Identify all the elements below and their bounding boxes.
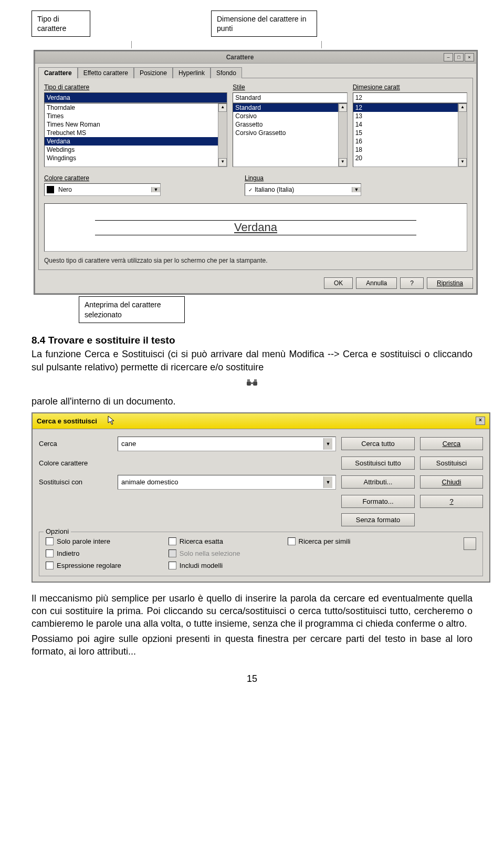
- list-item[interactable]: 18: [353, 146, 467, 154]
- language-dropdown[interactable]: ✓ Italiano (Italia) ▼: [245, 183, 361, 196]
- replace-all-button[interactable]: Sostituisci tutto: [341, 457, 415, 470]
- checkbox-backward[interactable]: Indietro: [46, 549, 121, 557]
- font-name-input[interactable]: [44, 92, 227, 103]
- replace-input[interactable]: animale domestico ▼: [118, 475, 336, 490]
- preview-box: Verdana: [44, 203, 467, 252]
- page-number: 15: [16, 673, 488, 684]
- titlebar: Carattere – □ ×: [35, 51, 476, 64]
- svg-rect-0: [247, 381, 251, 386]
- list-item[interactable]: 12: [353, 103, 467, 112]
- label-colore-carattere: Colore carattere: [39, 459, 112, 467]
- color-swatch: [47, 186, 54, 193]
- character-dialog: Carattere – □ × Carattere Effetto caratt…: [34, 50, 477, 294]
- chevron-down-icon[interactable]: ▼: [352, 187, 361, 192]
- chevron-down-icon[interactable]: ▼: [151, 187, 160, 192]
- section-heading: 8.4 Trovare e sostituire il testo: [32, 334, 472, 347]
- format-button[interactable]: Formato...: [341, 495, 415, 508]
- document-body: 8.4 Trovare e sostituire il testo La fun…: [32, 334, 472, 408]
- svg-rect-2: [250, 382, 254, 384]
- checkbox-selection-only: Solo nella selezione: [169, 549, 240, 557]
- list-item[interactable]: Times: [45, 112, 227, 120]
- color-dropdown[interactable]: Nero ▼: [44, 183, 161, 196]
- svg-rect-4: [254, 379, 257, 382]
- scrollbar[interactable]: ▲▼: [458, 103, 467, 167]
- cursor-icon: [108, 416, 115, 427]
- replace-button[interactable]: Sostituisci: [420, 457, 483, 470]
- scrollbar[interactable]: ▲▼: [218, 103, 227, 167]
- size-input[interactable]: [353, 92, 467, 103]
- checkbox-regex[interactable]: Espressione regolare: [46, 562, 121, 569]
- label-colore: Colore carattere: [44, 174, 161, 182]
- list-item[interactable]: 15: [353, 129, 467, 137]
- cancel-button[interactable]: Annulla: [356, 277, 397, 289]
- paragraph: parole all'interno di un documento.: [32, 395, 472, 408]
- scrollbar[interactable]: ▲▼: [338, 103, 347, 167]
- minimize-icon[interactable]: –: [444, 53, 453, 61]
- list-item[interactable]: Wingdings: [45, 154, 227, 162]
- checkbox-exact[interactable]: Ricerca esatta: [169, 537, 240, 545]
- style-input[interactable]: [233, 92, 347, 103]
- tab-effetto[interactable]: Effetto carattere: [78, 67, 134, 78]
- tab-posizione[interactable]: Posizione: [134, 67, 173, 78]
- search-input[interactable]: cane ▼: [118, 437, 336, 451]
- list-item[interactable]: Thorndale: [45, 103, 227, 112]
- chevron-down-icon[interactable]: ▼: [323, 476, 332, 488]
- help-button[interactable]: ?: [420, 495, 483, 508]
- callout-tipo: Tipo di carattere: [32, 11, 90, 37]
- list-item[interactable]: 14: [353, 120, 467, 129]
- checkbox-similar[interactable]: Ricerca per simili: [288, 537, 351, 545]
- list-item[interactable]: Verdana: [45, 137, 227, 146]
- list-item[interactable]: 20: [353, 154, 467, 162]
- paragraph: Il meccanismo più semplice per usarlo è …: [32, 592, 472, 630]
- help-button[interactable]: ?: [400, 277, 424, 289]
- style-listbox[interactable]: Standard Corsivo Grassetto Corsivo Grass…: [233, 103, 347, 167]
- label-lingua: Lingua: [245, 174, 361, 182]
- dialog2-titlebar: Cerca e sostituisci ×: [33, 413, 489, 429]
- list-item[interactable]: Webdings: [45, 146, 227, 154]
- search-all-button[interactable]: Cerca tutto: [341, 437, 415, 450]
- preview-text: Verdana: [233, 221, 278, 234]
- size-listbox[interactable]: 12 13 14 15 16 18 20 ▲▼: [353, 103, 467, 167]
- list-item[interactable]: Times New Roman: [45, 120, 227, 129]
- paragraph: La funzione Cerca e Sostituisci (ci si p…: [32, 348, 472, 374]
- checkbox-include-styles[interactable]: Includi modelli: [169, 562, 240, 569]
- label-stile: Stile: [233, 84, 347, 91]
- tab-hyperlink[interactable]: Hyperlink: [173, 67, 211, 78]
- chevron-down-icon[interactable]: ▼: [323, 438, 332, 450]
- options-legend: Opzioni: [44, 527, 71, 535]
- language-value: Italiano (Italia): [253, 186, 352, 193]
- list-item[interactable]: Corsivo: [233, 112, 346, 120]
- callout-dimensione: Dimensione del carattere in punti: [211, 11, 317, 37]
- close-button[interactable]: Chiudi: [420, 475, 483, 489]
- list-item[interactable]: Standard: [233, 103, 346, 112]
- button-row: OK Annulla ? Ripristina: [35, 273, 476, 293]
- maximize-icon[interactable]: □: [454, 53, 464, 61]
- search-button[interactable]: Cerca: [420, 437, 483, 450]
- list-item[interactable]: Trebuchet MS: [45, 129, 227, 137]
- close-icon[interactable]: ×: [465, 53, 474, 61]
- attributes-button[interactable]: Attributi...: [341, 475, 415, 489]
- reset-button[interactable]: Ripristina: [427, 277, 473, 289]
- close-icon[interactable]: ×: [476, 417, 485, 425]
- panel-main: Tipo di carattere Thorndale Times Times …: [38, 78, 473, 270]
- label-cerca: Cerca: [39, 440, 112, 448]
- list-item[interactable]: 13: [353, 112, 467, 120]
- binoculars-icon: [246, 378, 258, 391]
- dialog-title: Carattere: [37, 54, 443, 61]
- tab-carattere[interactable]: Carattere: [38, 67, 78, 78]
- list-item[interactable]: Grassetto: [233, 120, 346, 129]
- list-item[interactable]: Corsivo Grassetto: [233, 129, 346, 137]
- checkbox-whole-words[interactable]: Solo parole intere: [46, 537, 121, 545]
- label-tipo: Tipo di carattere: [44, 84, 227, 91]
- paragraph: Possiamo poi agire sulle opzioni present…: [32, 632, 472, 658]
- list-item[interactable]: 16: [353, 137, 467, 146]
- svg-rect-1: [253, 381, 257, 386]
- find-replace-dialog: Cerca e sostituisci × Cerca cane ▼ Cerca…: [32, 412, 490, 583]
- tab-sfondo[interactable]: Sfondo: [211, 67, 242, 78]
- similar-options-button[interactable]: [464, 537, 476, 550]
- callout-row: Tipo di carattere Dimensione del caratte…: [16, 11, 488, 37]
- font-listbox[interactable]: Thorndale Times Times New Roman Trebuche…: [44, 103, 227, 167]
- ok-button[interactable]: OK: [324, 277, 353, 289]
- color-value: Nero: [56, 186, 151, 193]
- no-format-button[interactable]: Senza formato: [341, 513, 415, 526]
